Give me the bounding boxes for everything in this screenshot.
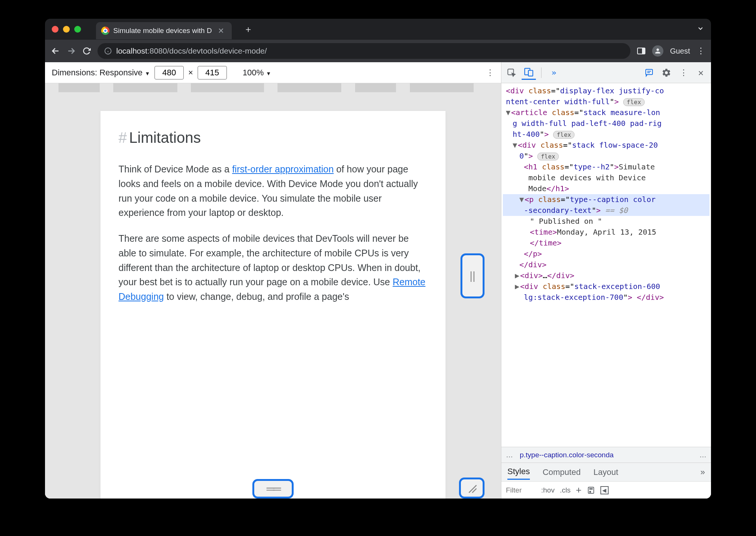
- devtools-tabbar: » ⋮ ✕: [501, 62, 711, 83]
- crumb-right[interactable]: …: [699, 451, 706, 459]
- settings-gear-icon[interactable]: [659, 66, 674, 80]
- tab-layout[interactable]: Layout: [593, 467, 618, 477]
- browser-menu-icon[interactable]: ⋮: [697, 49, 705, 53]
- crumb-left[interactable]: …: [506, 451, 513, 459]
- new-tab-button[interactable]: ＋: [244, 23, 253, 35]
- inspect-element-icon[interactable]: [504, 66, 519, 80]
- dimensions-dropdown[interactable]: Dimensions: Responsive ▼: [52, 68, 150, 78]
- content-area: Dimensions: Responsive ▼ × 100% ▼ ⋮ #Lim…: [45, 62, 711, 499]
- profile-avatar-icon[interactable]: [652, 45, 663, 57]
- chrome-favicon-icon: [101, 27, 110, 35]
- page-area: #Limitations Think of Device Mode as a f…: [45, 92, 501, 499]
- page-heading: #Limitations: [118, 126, 428, 149]
- traffic-lights: [52, 26, 81, 33]
- computed-styles-icon[interactable]: [587, 486, 595, 494]
- height-input[interactable]: [198, 66, 227, 79]
- breadcrumb[interactable]: … p.type--caption.color-seconda …: [501, 447, 711, 463]
- more-tabs-icon[interactable]: »: [547, 66, 561, 80]
- divider: [541, 67, 542, 78]
- nav-bar: localhost:8080/docs/devtools/device-mode…: [45, 40, 711, 62]
- resize-handle-right[interactable]: ||: [460, 253, 484, 298]
- address-bar[interactable]: localhost:8080/docs/devtools/device-mode…: [98, 43, 630, 59]
- tab-title: Simulate mobile devices with D: [113, 27, 212, 35]
- tab-search-icon[interactable]: [697, 25, 704, 34]
- styles-tabs: Styles Computed Layout »: [501, 463, 711, 481]
- styles-filter-bar: :hov .cls + ◀: [501, 481, 711, 499]
- ruler: [45, 83, 501, 92]
- hov-toggle[interactable]: :hov: [541, 486, 555, 494]
- close-tab-icon[interactable]: ✕: [216, 26, 226, 35]
- minimize-window-icon[interactable]: [63, 26, 70, 33]
- resize-handle-corner[interactable]: [459, 478, 484, 499]
- toggle-device-toolbar-icon[interactable]: [522, 66, 536, 80]
- paragraph: Think of Device Mode as a first-order ap…: [118, 162, 428, 220]
- svg-rect-10: [646, 69, 652, 75]
- crumb-selected[interactable]: p.type--caption.color-seconda: [520, 451, 614, 459]
- svg-rect-9: [528, 70, 533, 76]
- site-info-icon[interactable]: [104, 47, 112, 55]
- forward-button[interactable]: [67, 46, 76, 55]
- browser-tab[interactable]: Simulate mobile devices with D ✕: [96, 22, 232, 39]
- rendered-page[interactable]: #Limitations Think of Device Mode as a f…: [100, 111, 446, 499]
- device-menu-icon[interactable]: ⋮: [486, 68, 494, 78]
- new-style-rule-icon[interactable]: +: [576, 484, 581, 496]
- device-toolbar: Dimensions: Responsive ▼ × 100% ▼ ⋮: [45, 62, 501, 83]
- browser-window: Simulate mobile devices with D ✕ ＋ local…: [45, 19, 711, 499]
- side-panel-icon[interactable]: [637, 48, 645, 54]
- resize-handle-bottom[interactable]: ══: [252, 479, 294, 499]
- tab-computed[interactable]: Computed: [543, 467, 581, 477]
- paragraph: There are some aspects of mobile devices…: [118, 231, 428, 304]
- dimension-separator: ×: [188, 68, 193, 78]
- zoom-dropdown[interactable]: 100% ▼: [243, 68, 271, 78]
- cls-toggle[interactable]: .cls: [560, 486, 571, 494]
- elements-dom-tree[interactable]: <div class="display-flex justify-co nten…: [501, 83, 711, 447]
- feedback-icon[interactable]: [642, 66, 656, 80]
- tab-styles[interactable]: Styles: [507, 467, 530, 480]
- close-devtools-icon[interactable]: ✕: [694, 66, 708, 80]
- maximize-window-icon[interactable]: [74, 26, 81, 33]
- device-viewport: Dimensions: Responsive ▼ × 100% ▼ ⋮ #Lim…: [45, 62, 501, 499]
- reload-button[interactable]: [82, 47, 91, 55]
- profile-label[interactable]: Guest: [670, 47, 690, 55]
- svg-rect-15: [590, 491, 591, 492]
- svg-rect-14: [590, 488, 592, 489]
- back-button[interactable]: [51, 46, 60, 55]
- styles-filter-input[interactable]: [506, 486, 536, 494]
- toggle-sidebar-icon[interactable]: ◀: [600, 486, 609, 494]
- link-approximation[interactable]: first-order approximation: [232, 164, 334, 174]
- titlebar: Simulate mobile devices with D ✕ ＋: [45, 19, 711, 40]
- devtools-panel: » ⋮ ✕ <div class="display-flex justify-c…: [501, 62, 711, 499]
- more-style-tabs-icon[interactable]: »: [700, 467, 705, 477]
- close-window-icon[interactable]: [52, 26, 58, 33]
- devtools-menu-icon[interactable]: ⋮: [676, 66, 691, 80]
- url-host: localhost:8080/docs/devtools/device-mode…: [116, 46, 267, 55]
- width-input[interactable]: [154, 66, 184, 79]
